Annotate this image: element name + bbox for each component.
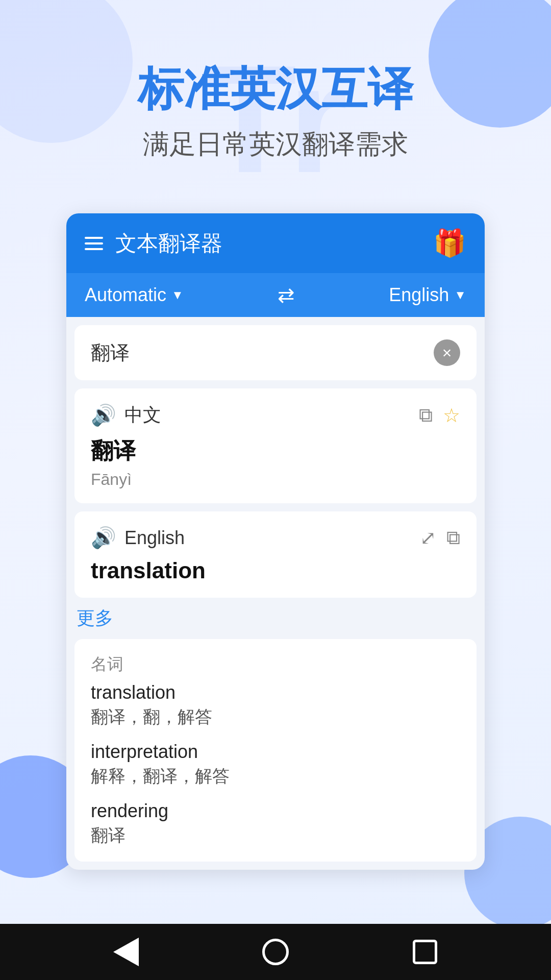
- recent-square-icon: [413, 940, 437, 964]
- toolbar-left: 文本翻译器: [85, 229, 222, 258]
- list-item: translation 翻译，翻，解答: [91, 682, 460, 729]
- word-en-3: rendering: [91, 800, 460, 822]
- back-triangle-icon: [113, 938, 139, 966]
- target-lang-button[interactable]: English ▼: [389, 284, 466, 306]
- source-lang-button[interactable]: Automatic ▼: [85, 284, 184, 306]
- swap-langs-button[interactable]: ⇄: [278, 283, 295, 307]
- list-item: interpretation 解释，翻译，解答: [91, 741, 460, 788]
- word-en-1: translation: [91, 682, 460, 703]
- input-text[interactable]: 翻译: [91, 340, 434, 366]
- back-button[interactable]: [106, 932, 146, 972]
- word-zh-1: 翻译，翻，解答: [91, 705, 460, 729]
- lang-bar: Automatic ▼ ⇄ English ▼: [66, 273, 485, 317]
- input-section: 翻译 ×: [74, 325, 477, 380]
- gift-icon[interactable]: 🎁: [433, 228, 466, 259]
- main-title: 标准英汉互译: [41, 61, 510, 116]
- word-zh-3: 翻译: [91, 824, 460, 847]
- chinese-result-word: 翻译: [91, 436, 460, 466]
- sub-title: 满足日常英汉翻译需求: [41, 127, 510, 162]
- chinese-result-pinyin: Fānyì: [91, 470, 460, 489]
- app-toolbar: 文本翻译器 🎁: [66, 213, 485, 273]
- chinese-lang-label: 中文: [124, 403, 161, 428]
- chinese-result-card: 🔊 中文 ⧉ ☆ 翻译 Fānyì: [74, 388, 477, 503]
- english-result-actions: ⤢ ⧉: [420, 527, 460, 549]
- chinese-lang-section: 🔊 中文: [91, 403, 161, 428]
- word-en-2: interpretation: [91, 741, 460, 763]
- english-lang-label: English: [124, 527, 185, 549]
- more-label: 更多: [74, 606, 477, 631]
- chinese-speaker-icon[interactable]: 🔊: [91, 403, 116, 427]
- word-zh-2: 解释，翻译，解答: [91, 765, 460, 788]
- chinese-star-icon[interactable]: ☆: [443, 404, 460, 427]
- hamburger-icon[interactable]: [85, 237, 103, 250]
- home-button[interactable]: [255, 932, 296, 972]
- target-lang-label: English: [389, 284, 449, 306]
- english-lang-section: 🔊 English: [91, 526, 185, 550]
- chinese-result-actions: ⧉ ☆: [419, 404, 460, 427]
- target-lang-arrow: ▼: [454, 288, 466, 302]
- english-speaker-icon[interactable]: 🔊: [91, 526, 116, 550]
- clear-button[interactable]: ×: [434, 339, 460, 366]
- home-circle-icon: [262, 939, 289, 965]
- english-copy-icon[interactable]: ⧉: [446, 527, 460, 549]
- app-card: 文本翻译器 🎁 Automatic ▼ ⇄ English ▼ 翻译 × 🔊 中…: [66, 213, 485, 870]
- more-section: 更多 名词 translation 翻译，翻，解答 interpretation…: [66, 606, 485, 870]
- english-result-header: 🔊 English ⤢ ⧉: [91, 526, 460, 550]
- chinese-copy-icon[interactable]: ⧉: [419, 404, 433, 427]
- list-item: rendering 翻译: [91, 800, 460, 847]
- bottom-nav: [0, 924, 551, 980]
- source-lang-label: Automatic: [85, 284, 166, 306]
- english-open-icon[interactable]: ⤢: [420, 527, 436, 549]
- noun-label: 名词: [91, 653, 460, 676]
- source-lang-arrow: ▼: [171, 288, 184, 302]
- recent-button[interactable]: [405, 932, 445, 972]
- toolbar-title: 文本翻译器: [115, 229, 222, 258]
- more-card: 名词 translation 翻译，翻，解答 interpretation 解释…: [74, 639, 477, 862]
- chinese-result-header: 🔊 中文 ⧉ ☆: [91, 403, 460, 428]
- english-result-word: translation: [91, 558, 460, 583]
- header-area: 标准英汉互译 满足日常英汉翻译需求: [0, 0, 551, 193]
- english-result-card: 🔊 English ⤢ ⧉ translation: [74, 511, 477, 598]
